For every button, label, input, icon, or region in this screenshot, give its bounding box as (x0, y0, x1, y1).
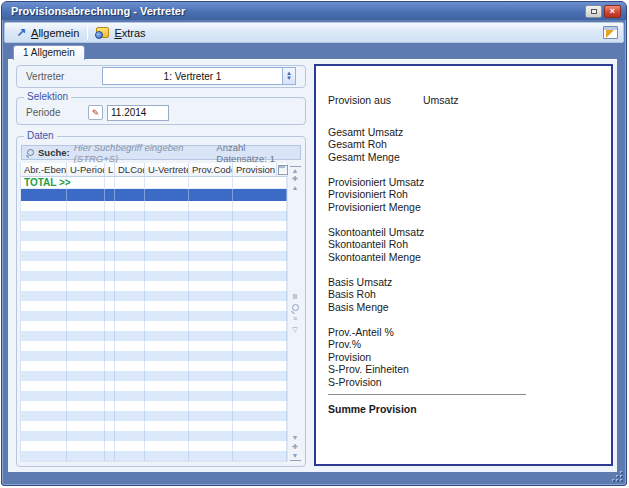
grid-empty-row[interactable] (21, 281, 287, 291)
data-grid: Abr.-EbeneU-PeriodeLDLCodeU-VertreterPro… (20, 163, 288, 462)
grid-empty-row[interactable] (21, 231, 287, 241)
grid-empty-row[interactable] (21, 421, 287, 431)
vertreter-select[interactable]: 1: Vertreter 1 ▲ ▼ (102, 67, 296, 85)
grid-empty-row[interactable] (21, 411, 287, 421)
grid-empty-row[interactable] (21, 301, 287, 311)
column-header[interactable]: Abr.-Ebene (21, 163, 67, 176)
grid-empty-row[interactable] (21, 351, 287, 361)
vertreter-value: 1: Vertreter 1 (103, 71, 282, 82)
grid-empty-row[interactable] (21, 221, 287, 231)
grid-cell (189, 351, 233, 361)
grid-cell (233, 431, 287, 441)
column-header[interactable]: U-Periode (67, 163, 105, 176)
periode-picker-button[interactable]: ✎ (88, 105, 103, 120)
nav-zoom-icon[interactable] (291, 304, 300, 313)
nav-columns-icon[interactable]: Ⅲ (290, 293, 301, 302)
grid-cell (189, 381, 233, 391)
grid-cell (145, 321, 189, 331)
open-window-icon[interactable] (603, 26, 618, 39)
grid-cell (189, 241, 233, 251)
column-header[interactable]: U-Vertreter (145, 163, 189, 176)
grid-empty-row[interactable] (21, 311, 287, 321)
grid-cell (67, 451, 105, 461)
pencil-icon: ✎ (92, 108, 100, 118)
grid-cell (145, 291, 189, 301)
grid-cell (105, 351, 115, 361)
resize-grip[interactable] (612, 471, 623, 482)
grid-empty-row[interactable] (21, 361, 287, 371)
grid-empty-row[interactable] (21, 271, 287, 281)
close-icon: × (610, 7, 615, 16)
grid-empty-row[interactable] (21, 291, 287, 301)
periode-input[interactable] (107, 105, 169, 121)
grid-cell (233, 291, 287, 301)
detail-label: Prov.-Anteil % (328, 326, 599, 339)
grid-empty-row[interactable] (21, 321, 287, 331)
grid-cell (21, 351, 67, 361)
grid-cell (145, 177, 189, 188)
grid-cell (233, 281, 287, 291)
nav-next-row-icon[interactable]: ▼ (290, 434, 301, 443)
vertreter-spinner[interactable]: ▲ ▼ (282, 68, 295, 84)
grid-selected-row[interactable] (21, 189, 287, 201)
grid-cell (233, 421, 287, 431)
grid-cell (105, 361, 115, 371)
close-button[interactable]: × (604, 5, 621, 18)
daten-legend: Daten (24, 130, 57, 141)
grid-cell (67, 251, 105, 261)
grid-empty-row[interactable] (21, 371, 287, 381)
grid-cell (189, 341, 233, 351)
grid-cell (145, 251, 189, 261)
column-chooser-icon[interactable] (277, 163, 287, 176)
column-header[interactable]: Provision € (233, 163, 277, 176)
grid-empty-row[interactable] (21, 431, 287, 441)
grid-cell (189, 431, 233, 441)
grid-empty-row[interactable] (21, 331, 287, 341)
column-header[interactable]: L (105, 163, 115, 176)
grid-empty-row[interactable] (21, 201, 287, 211)
tab-allgemein[interactable]: 1 Allgemein (13, 45, 85, 60)
grid-empty-row[interactable] (21, 381, 287, 391)
grid-empty-row[interactable] (21, 261, 287, 271)
grid-cell (67, 221, 105, 231)
detail-label: Provisioniert Roh (328, 188, 599, 201)
nav-move-up-icon[interactable]: ✚ (290, 175, 301, 184)
nav-first-row-icon[interactable]: ▲ (290, 166, 301, 175)
grid-empty-row[interactable] (21, 241, 287, 251)
grid-cell (145, 381, 189, 391)
grid-cell (233, 321, 287, 331)
detail-label: Provisioniert Umsatz (328, 176, 599, 189)
grid-cell (189, 271, 233, 281)
grid-cell (21, 451, 67, 461)
grid-cell (21, 261, 67, 271)
grid-cell (145, 391, 189, 401)
restore-button[interactable] (585, 5, 602, 18)
detail-label: Gesamt Roh (328, 138, 599, 151)
grid-search-bar[interactable]: Suche: Hier Suchbegriff eingeben (STRG+S… (21, 145, 301, 160)
grid-empty-row[interactable] (21, 441, 287, 451)
grid-cell (189, 211, 233, 221)
grid-empty-row[interactable] (21, 251, 287, 261)
menu-extras[interactable]: Extras (90, 26, 151, 40)
grid-cell (21, 331, 67, 341)
grid-empty-row[interactable] (21, 211, 287, 221)
nav-move-down-icon[interactable]: ✚ (290, 443, 301, 452)
nav-prev-row-icon[interactable]: ▲ (290, 184, 301, 193)
grid-empty-row[interactable] (21, 451, 287, 461)
grid-total-row[interactable]: TOTAL >> (21, 177, 287, 189)
grid-cell (21, 281, 67, 291)
column-header[interactable]: DLCode (115, 163, 145, 176)
menu-allgemein[interactable]: ↗ Allgemein (10, 26, 85, 40)
nav-last-row-icon[interactable]: ▼ (290, 452, 301, 461)
grid-cell (67, 291, 105, 301)
grid-empty-row[interactable] (21, 391, 287, 401)
nav-filter-icon[interactable]: ▽ (290, 326, 301, 335)
column-header[interactable]: Prov.Code (189, 163, 233, 176)
grid-empty-row[interactable] (21, 341, 287, 351)
left-pane: Vertreter 1: Vertreter 1 ▲ ▼ Selektion P… (16, 65, 306, 467)
grid-cell (145, 271, 189, 281)
grid-cell (105, 261, 115, 271)
grid-empty-row[interactable] (21, 401, 287, 411)
grid-cell (67, 271, 105, 281)
nav-rows-icon[interactable]: ≡ (290, 315, 301, 324)
